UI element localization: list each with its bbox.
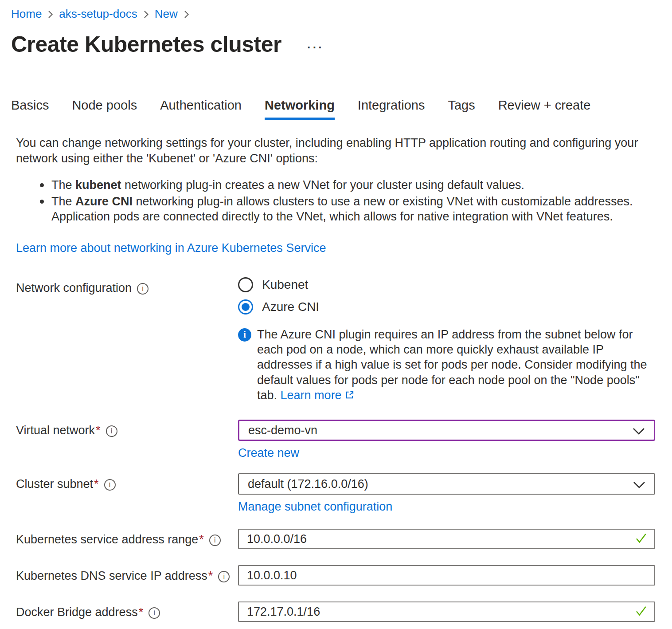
network-configuration-label: Network configuration	[16, 281, 132, 295]
virtual-network-value: esc-demo-vn	[248, 424, 317, 437]
breadcrumb-chevron-icon	[143, 10, 149, 19]
docker-bridge-label: Docker Bridge address*	[16, 605, 143, 619]
tab-networking[interactable]: Networking	[265, 98, 335, 120]
service-address-range-label: Kubernetes service address range*	[16, 533, 204, 546]
valid-checkmark-icon	[634, 604, 648, 620]
dns-service-ip-label: Kubernetes DNS service IP address*	[16, 569, 213, 583]
info-icon[interactable]: i	[137, 283, 148, 295]
radio-azure-cni[interactable]: Azure CNI	[238, 299, 655, 314]
manage-subnet-configuration-link[interactable]: Manage subnet configuration	[238, 500, 392, 514]
chevron-down-icon	[633, 478, 645, 492]
required-asterisk: *	[199, 533, 204, 546]
docker-bridge-input[interactable]	[238, 601, 655, 622]
info-icon[interactable]: i	[106, 425, 117, 437]
virtual-network-select[interactable]: esc-demo-vn	[238, 420, 655, 441]
dns-service-ip-input[interactable]	[238, 565, 655, 586]
required-asterisk: *	[94, 477, 99, 491]
required-asterisk: *	[139, 605, 144, 619]
tab-basics[interactable]: Basics	[11, 98, 49, 120]
info-icon[interactable]: i	[104, 479, 116, 491]
info-note-learn-more-link[interactable]: Learn more	[281, 389, 355, 402]
tab-tags[interactable]: Tags	[448, 98, 475, 120]
info-icon[interactable]: i	[218, 571, 230, 582]
bullet-azure-cni: The Azure CNI networking plug-in allows …	[40, 194, 634, 224]
info-icon[interactable]: i	[209, 535, 221, 546]
tab-review-create[interactable]: Review + create	[498, 98, 591, 120]
network-configuration-radio-group: Kubenet Azure CNI	[238, 277, 655, 314]
breadcrumb: Home aks-setup-docs New	[11, 7, 656, 21]
tab-integrations[interactable]: Integrations	[358, 98, 425, 120]
radio-kubenet-label: Kubenet	[262, 278, 308, 292]
breadcrumb-home-link[interactable]: Home	[11, 7, 42, 21]
azure-cni-info-note: i The Azure CNI plugin requires an IP ad…	[238, 327, 655, 404]
cluster-subnet-label: Cluster subnet*	[16, 477, 99, 491]
radio-selected-icon	[238, 299, 253, 314]
radio-kubenet[interactable]: Kubenet	[238, 277, 655, 292]
create-kubernetes-cluster-page: Home aks-setup-docs New Create Kubernete…	[0, 0, 672, 629]
service-address-range-input[interactable]	[238, 529, 655, 549]
tab-bar: Basics Node pools Authentication Network…	[11, 98, 656, 120]
chevron-down-icon	[633, 425, 645, 438]
info-icon[interactable]: i	[148, 607, 160, 619]
bullet-kubenet: The kubenet networking plug-in creates a…	[40, 177, 634, 193]
networking-form: Network configuration i Kubenet Azure CN…	[11, 277, 656, 629]
radio-unselected-icon	[238, 277, 253, 292]
breadcrumb-new-link[interactable]: New	[155, 7, 178, 21]
more-options-button[interactable]: ···	[307, 41, 324, 55]
create-new-vnet-link[interactable]: Create new	[238, 446, 299, 460]
radio-azure-cni-label: Azure CNI	[262, 300, 319, 314]
learn-more-networking-link[interactable]: Learn more about networking in Azure Kub…	[16, 241, 326, 255]
page-title: Create Kubernetes cluster	[11, 31, 281, 57]
breadcrumb-chevron-icon	[47, 10, 53, 19]
external-link-icon	[344, 389, 355, 404]
cluster-subnet-value: default (172.16.0.0/16)	[248, 477, 368, 491]
breadcrumb-aks-setup-docs-link[interactable]: aks-setup-docs	[59, 7, 137, 21]
required-asterisk: *	[208, 569, 213, 582]
networking-intro-bullets: The kubenet networking plug-in creates a…	[40, 177, 634, 224]
cluster-subnet-select[interactable]: default (172.16.0.0/16)	[238, 473, 655, 495]
breadcrumb-chevron-icon	[184, 10, 189, 19]
valid-checkmark-icon	[634, 531, 648, 547]
tab-authentication[interactable]: Authentication	[160, 98, 242, 120]
info-filled-icon: i	[238, 328, 251, 342]
tab-node-pools[interactable]: Node pools	[72, 98, 137, 120]
required-asterisk: *	[96, 424, 101, 437]
virtual-network-label: Virtual network*	[16, 424, 101, 437]
networking-intro-paragraph: You can change networking settings for y…	[16, 135, 641, 166]
